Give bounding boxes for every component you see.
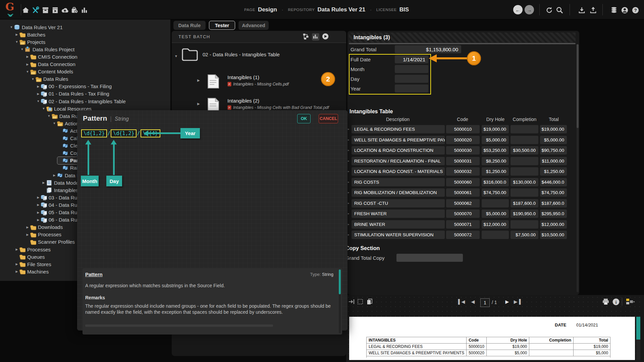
cell-dry-hole[interactable]: $12,000.00 <box>482 220 509 229</box>
doc1-icon[interactable] <box>205 74 221 89</box>
cell-code[interactable]: 5000010 <box>446 125 480 133</box>
cell-description[interactable]: RIG MOBILIZATION / DEMOBILIZATION <box>352 188 445 197</box>
row-expander-icon[interactable]: ▸ <box>348 148 350 152</box>
row-expander-icon[interactable]: ▸ <box>348 212 350 215</box>
row-expander-icon[interactable]: ▸ <box>348 223 350 226</box>
cell-description[interactable]: LOCATION & ROAD CONSTRUCTION <box>352 146 445 155</box>
repository-value[interactable]: Data Rules Ver 21 <box>317 6 365 13</box>
chevron-right-icon[interactable]: ▶ <box>25 55 30 58</box>
cell-code[interactable]: 5000032 <box>446 167 480 176</box>
chevron-right-icon[interactable]: ▶ <box>25 63 30 66</box>
chevron-right-icon[interactable]: ▶ <box>36 218 41 222</box>
tree-item-03-data-rule[interactable]: ▶03 - Data Rule <box>36 194 81 201</box>
chevron-right-icon[interactable]: ▶ <box>14 262 19 266</box>
grand-total-field[interactable]: $1,153,800.00 <box>395 45 461 53</box>
batch-run-icon[interactable] <box>51 6 59 14</box>
chevron-right-icon[interactable]: ▶ <box>14 248 19 251</box>
chevron-down-icon[interactable]: ▼ <box>41 107 46 110</box>
cell-dry-hole[interactable]: $316,000.0 <box>482 178 509 186</box>
tree-item-cop[interactable]: Cop <box>57 149 79 157</box>
tools-icon[interactable] <box>31 6 40 14</box>
grand-total-copy-field[interactable] <box>396 254 463 262</box>
document-page[interactable]: DATE 01/14/2021 INTANGIBLESCodeDry HoleC… <box>349 317 635 360</box>
print-icon[interactable] <box>602 298 610 306</box>
tree-item-06-data-rule[interactable]: ▶06 - Data Rule <box>36 216 81 224</box>
cell-total[interactable]: $74,750.00 <box>540 188 567 197</box>
cloud-upload-icon[interactable] <box>60 6 69 14</box>
cell-total[interactable]: $5,000.00 <box>540 136 567 144</box>
tree-item-scanner-profiles[interactable]: Scanner Profiles <box>25 238 75 246</box>
cell-completion[interactable] <box>511 157 538 165</box>
cancel-button[interactable]: CANCEL <box>319 114 338 123</box>
search-icon[interactable] <box>555 6 564 14</box>
cell-dry-hole[interactable]: $74,750.00 <box>482 188 509 197</box>
tree-item-content-models[interactable]: ▼Content Models <box>25 68 73 75</box>
cell-completion[interactable]: $130,000.0 <box>511 178 538 186</box>
cell-description[interactable]: WELL SITE DAMAGES & PREEMPTIVE PAYMENTS <box>352 136 445 144</box>
tree-item-projects[interactable]: ▼Projects <box>14 38 45 46</box>
cell-code[interactable]: 5000062 <box>446 199 480 207</box>
tree-item-machines[interactable]: ▶Machines <box>14 268 49 275</box>
page-value[interactable]: Design <box>258 6 277 13</box>
cell-dry-hole[interactable]: $19,000.00 <box>482 125 509 133</box>
batch-stats-view-icon[interactable] <box>312 33 319 41</box>
chevron-down-icon[interactable]: ▼ <box>47 114 51 118</box>
cell-description[interactable]: RIG COST -CTU <box>352 199 445 207</box>
chevron-right-icon[interactable]: ▶ <box>25 226 30 229</box>
tree-item-calc[interactable]: Calc <box>57 135 80 142</box>
cell-total[interactable]: $90,750.00 <box>540 146 567 155</box>
chevron-right-icon[interactable]: ▶ <box>41 181 46 184</box>
cell-code[interactable]: 5000070 <box>446 209 480 218</box>
chevron-right-icon[interactable]: ▶ <box>36 92 41 96</box>
cell-code[interactable]: 5000031 <box>446 157 480 165</box>
cell-total[interactable]: $187,600.0 <box>540 199 567 207</box>
cell-code[interactable]: 5000072 <box>446 231 480 239</box>
doc2-title[interactable]: Intangibles (2) <box>227 98 259 104</box>
help-scrollbar[interactable] <box>339 269 341 333</box>
tree-item-data-h[interactable]: ▶Data H <box>52 172 80 179</box>
tree-item-data-mode[interactable]: ▶Data Mode <box>41 179 78 186</box>
cell-code[interactable]: 5000061 <box>446 188 480 197</box>
inspector-vscrollbar[interactable] <box>577 44 579 292</box>
row-expander-icon[interactable]: ▸ <box>348 201 350 205</box>
cell-total[interactable]: $10,500.00 <box>540 231 567 239</box>
back-button[interactable]: ← <box>513 5 523 14</box>
cell-completion[interactable]: $30,500.00 <box>511 146 538 155</box>
fit-width-icon[interactable] <box>347 298 356 306</box>
cell-total[interactable]: $1,250.00 <box>540 167 567 176</box>
cell-completion[interactable]: $190,950.0 <box>511 209 538 218</box>
cell-dry-hole[interactable] <box>482 199 509 207</box>
tree-item-data-rules-ver-21[interactable]: ▼Data Rules Ver 21 <box>9 23 63 31</box>
cell-dry-hole[interactable] <box>482 231 509 239</box>
tab-data-rule[interactable]: Data Rule <box>173 21 206 30</box>
tree-item-rais[interactable]: Rais <box>57 164 80 172</box>
tree-item-queues[interactable]: Queues <box>14 253 45 260</box>
licensee-value[interactable]: BIS <box>399 6 409 13</box>
tree-item-00-expressions-tax-filing[interactable]: ▶00 - Expressions - Tax Filing <box>36 83 112 90</box>
chevron-right-icon[interactable]: ▶ <box>14 270 19 273</box>
user-icon[interactable] <box>620 6 629 14</box>
chevron-right-icon[interactable]: ▶ <box>52 174 57 177</box>
cell-description[interactable]: LEGAL & RECORDING FEES <box>352 125 445 133</box>
tree-item-data-connection[interactable]: ▶Data Connection <box>25 61 75 68</box>
help-icon[interactable]: ? <box>631 6 640 14</box>
prev-page-icon[interactable]: ◀ <box>469 298 477 306</box>
chevron-right-icon[interactable]: ▶ <box>36 203 41 206</box>
cell-description[interactable]: STIMULATION WATER SUPERVISION <box>352 231 445 239</box>
tree-item-02-data-rules-intangibles-table[interactable]: ▼02 - Data Rules - Intangibles Table <box>36 98 126 105</box>
row-expander-icon[interactable]: ▸ <box>348 127 350 131</box>
batch-folder-label[interactable]: 02 - Data Rules - Intangibles Table <box>203 52 280 57</box>
tree-item-intangibles[interactable]: Intangibles <box>41 186 78 194</box>
cell-description[interactable]: FRESH WATER <box>352 209 445 218</box>
tree-item-04-data-rule[interactable]: ▶04 - Data Rule <box>36 201 81 208</box>
tree-item-action[interactable]: ▼Action <box>52 120 79 127</box>
run-test-icon[interactable] <box>322 33 329 41</box>
doc1-title[interactable]: Intangibles (1) <box>227 74 259 80</box>
jobs-icon[interactable] <box>70 6 79 14</box>
cell-description[interactable]: RESTORATION / RECLAIMATION - FINAL <box>352 157 445 165</box>
region-select-icon[interactable] <box>356 298 364 306</box>
viewer-scrollbar[interactable] <box>636 317 640 360</box>
cell-completion[interactable]: $7,500.00 <box>511 231 538 239</box>
chevron-down-icon[interactable]: ▼ <box>9 25 14 29</box>
export-layout-icon[interactable] <box>625 298 636 306</box>
